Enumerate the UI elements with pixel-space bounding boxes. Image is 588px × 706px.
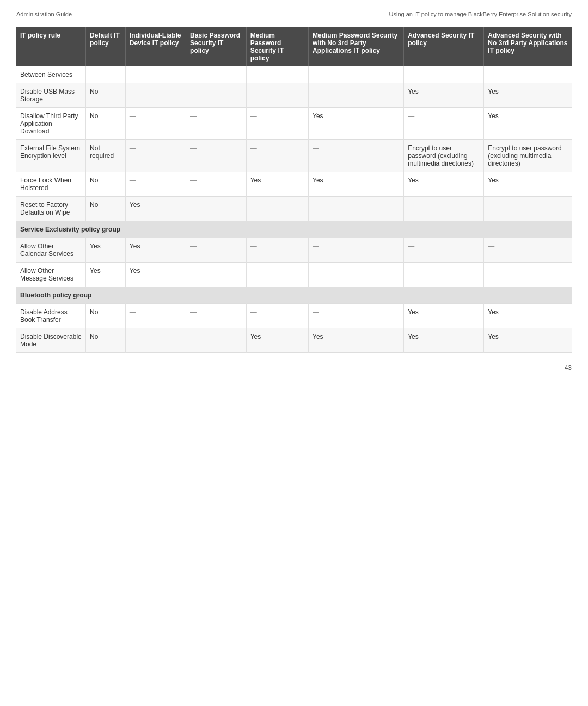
group-header-cell: Bluetooth policy group: [16, 287, 572, 304]
cell-5-0: Reset to Factory Defaults on Wipe: [16, 197, 86, 221]
cell-3-3: —: [186, 140, 247, 172]
table-row: Disallow Third Party Application Downloa…: [16, 108, 572, 140]
cell-1-2: —: [125, 83, 186, 108]
cell-10-0: Disable Address Book Transfer: [16, 304, 86, 328]
cell-1-7: Yes: [484, 83, 572, 108]
cell-5-3: —: [186, 197, 247, 221]
page-number: 43: [16, 364, 572, 372]
cell-5-4: —: [246, 197, 308, 221]
cell-5-6: —: [404, 197, 484, 221]
cell-10-7: Yes: [484, 304, 572, 328]
cell-4-1: No: [86, 172, 126, 197]
group-header-row: Service Exclusivity policy group: [16, 221, 572, 238]
cell-1-5: —: [309, 83, 404, 108]
col-header-7: Advanced Security with No 3rd Party Appl…: [484, 27, 572, 66]
cell-3-1: Not required: [86, 140, 126, 172]
table-row: Disable Address Book TransferNo————YesYe…: [16, 304, 572, 328]
cell-8-6: —: [404, 263, 484, 287]
cell-3-4: —: [246, 140, 308, 172]
cell-11-3: —: [186, 328, 247, 353]
cell-4-2: —: [125, 172, 186, 197]
col-header-2: Individual-Liable Device IT policy: [125, 27, 186, 66]
cell-2-6: —: [404, 108, 484, 140]
cell-0-3: [186, 66, 247, 83]
cell-2-4: —: [246, 108, 308, 140]
group-header-cell: Service Exclusivity policy group: [16, 221, 572, 238]
cell-11-2: —: [125, 328, 186, 353]
cell-0-4: [246, 66, 308, 83]
cell-1-4: —: [246, 83, 308, 108]
cell-3-5: —: [309, 140, 404, 172]
cell-8-1: Yes: [86, 263, 126, 287]
cell-11-1: No: [86, 328, 126, 353]
cell-11-6: Yes: [404, 328, 484, 353]
cell-2-0: Disallow Third Party Application Downloa…: [16, 108, 86, 140]
cell-10-2: —: [125, 304, 186, 328]
table-row: Reset to Factory Defaults on WipeNoYes——…: [16, 197, 572, 221]
cell-7-0: Allow Other Calendar Services: [16, 238, 86, 263]
cell-2-2: —: [125, 108, 186, 140]
cell-7-3: —: [186, 238, 247, 263]
cell-4-0: Force Lock When Holstered: [16, 172, 86, 197]
cell-7-7: —: [484, 238, 572, 263]
cell-10-1: No: [86, 304, 126, 328]
group-header-row: Bluetooth policy group: [16, 287, 572, 304]
header-left: Administration Guide: [16, 11, 72, 17]
cell-4-7: Yes: [484, 172, 572, 197]
policy-table: IT policy ruleDefault IT policyIndividua…: [16, 27, 572, 353]
cell-0-1: [86, 66, 126, 83]
cell-8-4: —: [246, 263, 308, 287]
cell-10-4: —: [246, 304, 308, 328]
col-header-6: Advanced Security IT policy: [404, 27, 484, 66]
cell-2-1: No: [86, 108, 126, 140]
cell-11-5: Yes: [309, 328, 404, 353]
table-row: External File System Encryption levelNot…: [16, 140, 572, 172]
cell-0-6: [404, 66, 484, 83]
cell-3-6: Encrypt to user password (excluding mult…: [404, 140, 484, 172]
table-row: Between Services: [16, 66, 572, 83]
col-header-3: Basic Password Security IT policy: [186, 27, 247, 66]
cell-0-5: [309, 66, 404, 83]
cell-1-0: Disable USB Mass Storage: [16, 83, 86, 108]
cell-7-6: —: [404, 238, 484, 263]
cell-0-2: [125, 66, 186, 83]
table-header-row: IT policy ruleDefault IT policyIndividua…: [16, 27, 572, 66]
cell-4-6: Yes: [404, 172, 484, 197]
cell-7-5: —: [309, 238, 404, 263]
cell-5-1: No: [86, 197, 126, 221]
cell-1-1: No: [86, 83, 126, 108]
cell-8-3: —: [186, 263, 247, 287]
table-row: Disable USB Mass StorageNo————YesYes: [16, 83, 572, 108]
col-header-5: Medium Password Security with No 3rd Par…: [309, 27, 404, 66]
cell-5-5: —: [309, 197, 404, 221]
cell-10-3: —: [186, 304, 247, 328]
cell-4-4: Yes: [246, 172, 308, 197]
col-header-0: IT policy rule: [16, 27, 86, 66]
cell-3-0: External File System Encryption level: [16, 140, 86, 172]
cell-2-5: Yes: [309, 108, 404, 140]
cell-2-7: Yes: [484, 108, 572, 140]
cell-1-6: Yes: [404, 83, 484, 108]
col-header-1: Default IT policy: [86, 27, 126, 66]
cell-4-5: Yes: [309, 172, 404, 197]
cell-8-5: —: [309, 263, 404, 287]
cell-7-1: Yes: [86, 238, 126, 263]
cell-8-2: Yes: [125, 263, 186, 287]
table-row: Allow Other Message ServicesYesYes—————: [16, 263, 572, 287]
cell-4-3: —: [186, 172, 247, 197]
cell-3-7: Encrypt to user password (excluding mult…: [484, 140, 572, 172]
cell-11-0: Disable Discoverable Mode: [16, 328, 86, 353]
table-row: Force Lock When HolsteredNo——YesYesYesYe…: [16, 172, 572, 197]
cell-11-4: Yes: [246, 328, 308, 353]
cell-8-7: —: [484, 263, 572, 287]
table-row: Disable Discoverable ModeNo——YesYesYesYe…: [16, 328, 572, 353]
cell-10-6: Yes: [404, 304, 484, 328]
cell-2-3: —: [186, 108, 247, 140]
cell-7-2: Yes: [125, 238, 186, 263]
page-header: Administration Guide Using an IT policy …: [16, 11, 572, 17]
cell-10-5: —: [309, 304, 404, 328]
cell-1-3: —: [186, 83, 247, 108]
cell-8-0: Allow Other Message Services: [16, 263, 86, 287]
cell-7-4: —: [246, 238, 308, 263]
cell-3-2: —: [125, 140, 186, 172]
